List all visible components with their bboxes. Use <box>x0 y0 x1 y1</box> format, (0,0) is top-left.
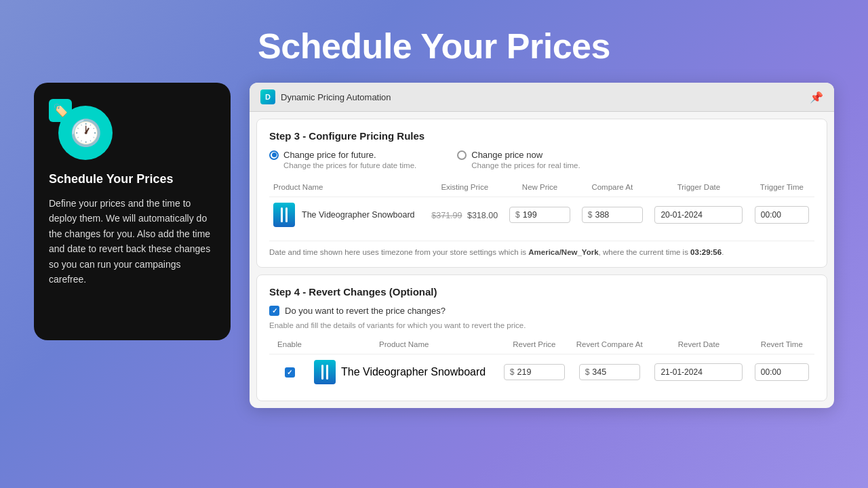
revert-price-cell[interactable]: $ <box>498 354 571 390</box>
rcol-revert-time: Revert Time <box>749 338 814 354</box>
revert-date-input[interactable] <box>654 363 743 381</box>
revert-enable-cell[interactable] <box>269 354 310 390</box>
step4-title: Step 4 - Revert Changes (Optional) <box>269 286 814 298</box>
rcol-product-name: Product Name <box>310 338 498 354</box>
col-compare-at: Compare At <box>576 180 648 197</box>
revert-table-row: The Videographer Snowboard $ $ <box>269 354 814 390</box>
radio-future-sub: Change the prices for future date time. <box>283 161 416 169</box>
radio-now-dot <box>457 150 467 160</box>
revert-table: Enable Product Name Revert Price Revert … <box>269 338 814 390</box>
panel-header-title: Dynamic Pricing Automation <box>281 92 391 102</box>
clock-face: 🕐 <box>70 118 102 148</box>
revert-dollar-sign: $ <box>510 367 515 377</box>
radio-option-now[interactable]: Change price now Change the prices for r… <box>457 150 580 169</box>
main-panel: D Dynamic Pricing Automation 📌 Step 3 - … <box>250 83 834 408</box>
revert-price-input[interactable] <box>517 367 555 377</box>
col-trigger-date: Trigger Date <box>648 180 749 197</box>
step3-section: Step 3 - Configure Pricing Rules Change … <box>256 119 827 268</box>
left-card-description: Define your prices and the time to deplo… <box>49 196 216 287</box>
clock-circle: 🕐 <box>58 106 113 160</box>
revert-compare-at-cell[interactable]: $ <box>570 354 648 390</box>
product-thumbnail <box>273 203 295 227</box>
strike-price: $371.99 <box>431 211 462 220</box>
radio-now-label: Change price now <box>471 150 542 160</box>
revert-sub-text: Enable and fill the details of variants … <box>269 321 814 329</box>
revert-time-cell[interactable] <box>749 354 814 390</box>
content-row: 🏷️ 🕐 Schedule Your Prices Define your pr… <box>34 83 834 408</box>
clock-illustration: 🏷️ 🕐 <box>49 99 117 160</box>
page-title: Schedule Your Prices <box>258 26 610 66</box>
enable-row-checkbox[interactable] <box>285 367 295 378</box>
revert-product-cell: The Videographer Snowboard <box>310 354 498 390</box>
radio-now-sub: Change the prices for real time. <box>471 161 580 169</box>
current-time: 03:29:56 <box>690 248 722 256</box>
revert-checkbox-row[interactable]: Do you want to revert the price changes? <box>269 306 814 316</box>
col-existing-price: Existing Price <box>426 180 504 197</box>
trigger-time-cell[interactable] <box>749 197 814 233</box>
radio-future-label: Change price for future. <box>283 150 376 160</box>
panel-logo-icon: D <box>260 89 275 104</box>
left-card: 🏷️ 🕐 Schedule Your Prices Define your pr… <box>34 83 231 340</box>
revert-product-name: The Videographer Snowboard <box>341 366 486 378</box>
dollar-sign-compare: $ <box>588 210 593 220</box>
dollar-sign-new: $ <box>515 210 520 220</box>
product-name: The Videographer Snowboard <box>302 210 415 220</box>
table-row: The Videographer Snowboard $371.99 $318.… <box>269 197 814 233</box>
col-trigger-time: Trigger Time <box>749 180 814 197</box>
trigger-time-input[interactable] <box>755 206 809 224</box>
trigger-date-cell[interactable] <box>648 197 749 233</box>
new-price-cell[interactable]: $ <box>504 197 576 233</box>
rcol-revert-compare-at: Revert Compare At <box>570 338 648 354</box>
compare-at-input[interactable] <box>595 210 632 220</box>
revert-compare-dollar: $ <box>585 367 590 377</box>
col-new-price: New Price <box>504 180 576 197</box>
timezone-note: Date and time shown here uses timezone f… <box>269 241 814 256</box>
rcol-revert-date: Revert Date <box>648 338 749 354</box>
revert-date-cell[interactable] <box>648 354 749 390</box>
panel-header: D Dynamic Pricing Automation 📌 <box>250 83 834 112</box>
revert-checkbox[interactable] <box>269 306 279 316</box>
pin-icon: 📌 <box>810 91 823 104</box>
radio-options-row: Change price for future. Change the pric… <box>269 150 814 169</box>
step3-title: Step 3 - Configure Pricing Rules <box>269 130 814 142</box>
timezone-value: America/New_York <box>528 248 598 256</box>
step4-section: Step 4 - Revert Changes (Optional) Do yo… <box>256 274 827 401</box>
new-price-input[interactable] <box>523 210 560 220</box>
revert-checkbox-label: Do you want to revert the price changes? <box>285 306 446 316</box>
panel-header-left: D Dynamic Pricing Automation <box>260 89 391 104</box>
radio-label-now: Change price now <box>457 150 580 160</box>
compare-at-cell[interactable]: $ <box>576 197 648 233</box>
revert-compare-at-input[interactable] <box>592 367 629 377</box>
rcol-enable: Enable <box>269 338 310 354</box>
rcol-revert-price: Revert Price <box>498 338 571 354</box>
left-card-title: Schedule Your Prices <box>49 172 216 186</box>
existing-price-cell: $371.99 $318.00 <box>426 197 504 233</box>
current-price: $318.00 <box>467 211 498 220</box>
radio-label-future: Change price for future. <box>269 150 416 160</box>
radio-future-dot <box>269 150 279 160</box>
revert-time-input[interactable] <box>755 363 809 381</box>
col-product-name: Product Name <box>269 180 426 197</box>
revert-product-thumb <box>314 360 336 384</box>
trigger-date-input[interactable] <box>654 206 743 224</box>
product-cell: The Videographer Snowboard <box>269 197 426 233</box>
radio-option-future[interactable]: Change price for future. Change the pric… <box>269 150 416 169</box>
pricing-table: Product Name Existing Price New Price Co… <box>269 180 814 232</box>
